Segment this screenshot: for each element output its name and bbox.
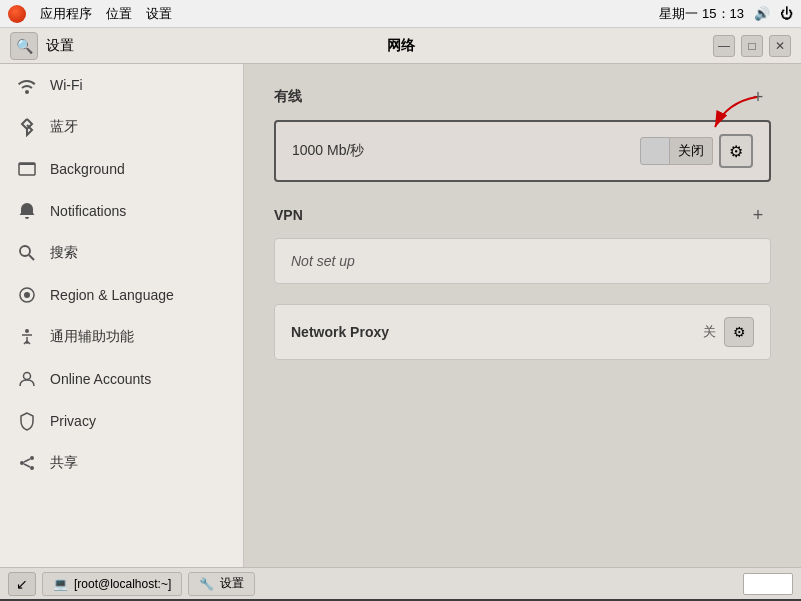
sidebar-label-search: 搜索 [50,244,78,262]
search-sidebar-icon [16,242,38,264]
main-window: 🔍 设置 网络 — □ ✕ Wi-Fi 蓝牙 [0,28,801,599]
proxy-actions: 关 ⚙ [703,317,754,347]
taskbar-input-box[interactable] [743,573,793,595]
sidebar-label-notifications: Notifications [50,203,126,219]
svg-line-11 [24,459,30,462]
title-bar: 🔍 设置 网络 — □ ✕ [0,28,801,64]
wired-toggle-group: 关闭 [640,137,713,165]
wired-card-actions: 关闭 ⚙ [640,134,753,168]
svg-point-8 [30,456,34,460]
wired-settings-button[interactable]: ⚙ [719,134,753,168]
search-button[interactable]: 🔍 [10,32,38,60]
svg-point-2 [20,246,30,256]
sidebar-item-sharing[interactable]: 共享 [0,442,243,484]
online-accounts-icon [16,368,38,390]
window-title: 网络 [387,37,415,55]
taskbar-terminal-window[interactable]: 💻 [root@localhost:~] [42,572,182,596]
menu-apps[interactable]: 应用程序 [40,5,92,23]
main-panel: 有线 + 1000 Mb/秒 关闭 ⚙ [244,64,801,567]
proxy-settings-button[interactable]: ⚙ [724,317,754,347]
svg-line-3 [29,255,34,260]
sidebar-title: 设置 [46,37,74,55]
terminal-icon: 💻 [53,577,68,591]
taskbar-settings-label: 设置 [220,575,244,592]
vpn-section-header: VPN + [274,202,771,228]
menu-location[interactable]: 位置 [106,5,132,23]
sidebar-item-privacy[interactable]: Privacy [0,400,243,442]
wired-section-header: 有线 + [274,84,771,110]
proxy-status: 关 [703,323,716,341]
toggle-off-part [640,137,670,165]
close-button[interactable]: ✕ [769,35,791,57]
wired-section-content: 1000 Mb/秒 关闭 ⚙ [274,120,771,182]
sidebar-item-bluetooth[interactable]: 蓝牙 [0,106,243,148]
svg-point-5 [24,292,30,298]
minimize-button[interactable]: — [713,35,735,57]
network-speed-label: 1000 Mb/秒 [292,142,364,160]
top-menu-bar: 应用程序 位置 设置 星期一 15：13 🔊 ⏻ [0,0,801,28]
svg-rect-1 [19,163,35,165]
sidebar-label-bluetooth: 蓝牙 [50,118,78,136]
volume-icon[interactable]: 🔊 [754,6,770,21]
svg-point-7 [24,373,31,380]
wired-network-card: 1000 Mb/秒 关闭 ⚙ [274,120,771,182]
accessibility-icon [16,326,38,348]
taskbar-right [743,573,793,595]
sidebar-label-wifi: Wi-Fi [50,77,83,93]
vpn-empty-card: Not set up [274,238,771,284]
top-bar-menu: 应用程序 位置 设置 [40,5,172,23]
power-icon[interactable]: ⏻ [780,6,793,21]
vpn-section: VPN + Not set up [274,202,771,284]
sidebar: Wi-Fi 蓝牙 Background Notifications [0,64,244,567]
sidebar-item-notifications[interactable]: Notifications [0,190,243,232]
sidebar-label-accessibility: 通用辅助功能 [50,328,134,346]
notifications-icon [16,200,38,222]
top-bar-right: 星期一 15：13 🔊 ⏻ [659,5,793,23]
sidebar-item-region[interactable]: Region & Language [0,274,243,316]
svg-point-6 [25,329,29,333]
sidebar-label-background: Background [50,161,125,177]
background-icon [16,158,38,180]
taskbar: ↙ 💻 [root@localhost:~] 🔧 设置 [0,567,801,599]
wired-add-button[interactable]: + [745,84,771,110]
proxy-section: Network Proxy 关 ⚙ [274,304,771,360]
privacy-icon [16,410,38,432]
sidebar-item-search[interactable]: 搜索 [0,232,243,274]
app-logo-icon [8,5,26,23]
vpn-not-set-up-label: Not set up [291,253,355,269]
top-bar-left: 应用程序 位置 设置 [8,5,172,23]
bluetooth-icon [16,116,38,138]
sidebar-label-online-accounts: Online Accounts [50,371,151,387]
wired-toggle-button[interactable]: 关闭 [670,137,713,165]
wrench-icon: 🔧 [199,577,214,591]
terminal-label: [root@localhost:~] [74,577,171,591]
proxy-label: Network Proxy [291,324,389,340]
taskbar-arrow-button[interactable]: ↙ [8,572,36,596]
sidebar-item-online-accounts[interactable]: Online Accounts [0,358,243,400]
proxy-card: Network Proxy 关 ⚙ [274,304,771,360]
sidebar-item-accessibility[interactable]: 通用辅助功能 [0,316,243,358]
svg-line-12 [24,464,30,467]
svg-point-9 [20,461,24,465]
content-area: Wi-Fi 蓝牙 Background Notifications [0,64,801,567]
wifi-icon [16,74,38,96]
window-controls: — □ ✕ [713,35,791,57]
taskbar-settings-window[interactable]: 🔧 设置 [188,572,255,596]
sidebar-item-background[interactable]: Background [0,148,243,190]
wired-title: 有线 [274,88,302,106]
svg-point-10 [30,466,34,470]
sidebar-label-privacy: Privacy [50,413,96,429]
wired-section: 有线 + 1000 Mb/秒 关闭 ⚙ [274,84,771,182]
menu-settings[interactable]: 设置 [146,5,172,23]
sidebar-item-wifi[interactable]: Wi-Fi [0,64,243,106]
sidebar-label-region: Region & Language [50,287,174,303]
clock-display: 星期一 15：13 [659,5,744,23]
maximize-button[interactable]: □ [741,35,763,57]
title-bar-left: 🔍 设置 [10,32,74,60]
region-icon [16,284,38,306]
sidebar-label-sharing: 共享 [50,454,78,472]
vpn-add-button[interactable]: + [745,202,771,228]
vpn-title: VPN [274,207,303,223]
sharing-icon [16,452,38,474]
